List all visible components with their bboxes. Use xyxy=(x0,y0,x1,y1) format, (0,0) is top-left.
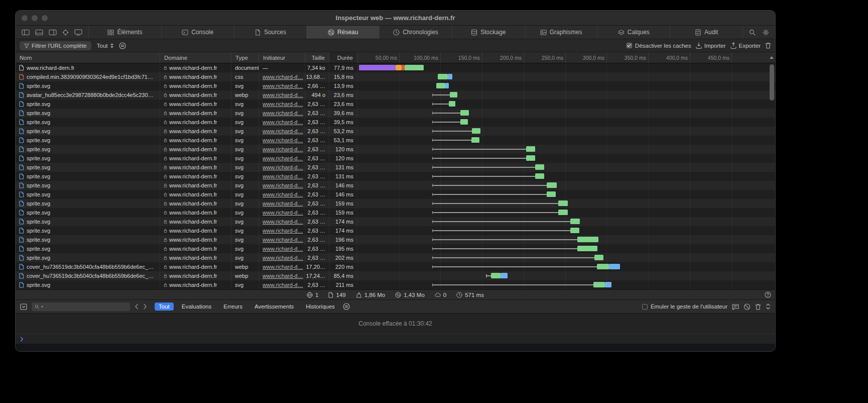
network-table-row[interactable]: cover_hu736519dc3b5040cfa48b6b559b6de6ec… xyxy=(16,271,775,280)
initiator-link[interactable]: www.richard-d… xyxy=(263,282,303,288)
network-table-row[interactable]: avatar_hu85ecc3e298728880b0bde2dcc4e5c23… xyxy=(16,90,775,99)
column-header-initiateur[interactable]: Initiateur xyxy=(259,52,305,63)
initiator-link[interactable]: www.richard-d… xyxy=(263,273,303,279)
inspect-element-icon[interactable] xyxy=(62,29,69,36)
initiator-link[interactable]: www.richard-d… xyxy=(263,119,303,125)
column-header-duree[interactable]: Durée xyxy=(329,52,357,63)
vertical-scrollbar[interactable] xyxy=(769,64,775,288)
initiator-link[interactable]: www.richard-d… xyxy=(263,246,303,252)
scrollbar-up-arrow[interactable] xyxy=(768,52,775,63)
initiator-link[interactable]: www.richard-d… xyxy=(263,237,303,243)
clear-console-icon[interactable] xyxy=(743,304,751,310)
initiator-link[interactable]: www.richard-d… xyxy=(263,146,303,152)
tab-console[interactable]: Console xyxy=(162,26,234,39)
network-table-row[interactable]: sprite.svg www.richard-dern.fr svg www.r… xyxy=(16,253,775,262)
traffic-lights[interactable] xyxy=(22,15,48,21)
console-search-field[interactable] xyxy=(32,303,130,311)
emulate-user-gesture-checkbox[interactable]: Émuler le geste de l'utilisateur xyxy=(642,304,727,310)
network-table-row[interactable]: sprite.svg www.richard-dern.fr svg www.r… xyxy=(16,172,775,181)
console-scope-avertissements[interactable]: Avertissements xyxy=(251,303,298,311)
initiator-link[interactable]: www.richard-d… xyxy=(263,128,303,134)
network-table-row[interactable]: sprite.svg www.richard-dern.fr svg www.r… xyxy=(16,145,775,154)
network-table-row[interactable]: sprite.svg www.richard-dern.fr svg www.r… xyxy=(16,99,775,109)
initiator-link[interactable]: www.richard-d… xyxy=(263,228,303,234)
initiator-link[interactable]: www.richard-d… xyxy=(263,74,303,80)
network-table-row[interactable]: sprite.svg www.richard-dern.fr svg www.r… xyxy=(16,136,775,145)
network-table-row[interactable]: www.richard-dern.fr www.richard-dern.fr … xyxy=(16,63,775,72)
network-table-row[interactable]: sprite.svg www.richard-dern.fr svg www.r… xyxy=(16,181,775,190)
console-scope-tout[interactable]: Tout xyxy=(155,303,174,311)
tab-graphismes[interactable]: Graphismes xyxy=(525,26,598,39)
console-filter-options-icon[interactable] xyxy=(343,303,350,310)
column-header-nom[interactable]: Nom xyxy=(16,52,160,63)
zoom-window-button[interactable] xyxy=(42,15,48,21)
network-table-row[interactable]: sprite.svg www.richard-dern.fr svg www.r… xyxy=(16,154,775,163)
responsive-mode-icon[interactable] xyxy=(74,29,82,36)
network-table-row[interactable]: sprite.svg www.richard-dern.fr svg www.r… xyxy=(16,109,775,118)
tab-stockage[interactable]: Stockage xyxy=(452,26,525,39)
tab-calques[interactable]: Calques xyxy=(597,26,670,39)
initiator-link[interactable]: www.richard-d… xyxy=(263,101,303,107)
network-table-row[interactable]: sprite.svg www.richard-dern.fr svg www.r… xyxy=(16,244,775,253)
console-messages-icon[interactable] xyxy=(732,304,739,310)
column-header-domaine[interactable]: Domaine xyxy=(160,52,231,63)
minimize-window-button[interactable] xyxy=(32,15,38,21)
console-scope-picker-icon[interactable] xyxy=(20,304,27,310)
previous-result-button[interactable] xyxy=(135,304,139,310)
initiator-link[interactable]: www.richard-d… xyxy=(263,155,303,161)
console-scope-historiques[interactable]: Historiques xyxy=(302,303,339,311)
console-input-area[interactable] xyxy=(16,344,775,351)
close-window-button[interactable] xyxy=(22,15,28,21)
resource-type-select[interactable]: Tout xyxy=(96,43,114,49)
network-table-row[interactable]: sprite.svg www.richard-dern.fr svg www.r… xyxy=(16,280,775,289)
network-table-row[interactable]: sprite.svg www.richard-dern.fr svg www.r… xyxy=(16,235,775,244)
tab-chronologies[interactable]: Chronologies xyxy=(380,26,452,39)
tab-elements[interactable]: Éléments xyxy=(89,26,162,39)
network-table-row[interactable]: compiled.min.38390909f303624ed9e1cf1bd3f… xyxy=(16,72,775,81)
url-filter-input[interactable]: Filtrer l'URL complète xyxy=(20,41,91,50)
network-table-row[interactable]: sprite.svg www.richard-dern.fr svg www.r… xyxy=(16,118,775,127)
filter-options-icon[interactable] xyxy=(119,42,126,49)
initiator-link[interactable]: www.richard-d… xyxy=(263,264,303,270)
initiator-link[interactable]: www.richard-d… xyxy=(263,173,303,179)
next-result-button[interactable] xyxy=(143,304,147,310)
console-prompt[interactable] xyxy=(16,334,775,344)
tab-reseau[interactable]: Réseau xyxy=(307,26,380,39)
tab-audit[interactable]: Audit xyxy=(670,26,742,39)
search-icon[interactable] xyxy=(749,29,756,36)
initiator-link[interactable]: www.richard-d… xyxy=(263,92,303,98)
network-table-row[interactable]: sprite.svg www.richard-dern.fr svg www.r… xyxy=(16,163,775,172)
initiator-link[interactable]: www.richard-d… xyxy=(263,164,303,170)
network-table-row[interactable]: sprite.svg www.richard-dern.fr svg www.r… xyxy=(16,226,775,235)
help-icon[interactable] xyxy=(765,291,771,298)
initiator-link[interactable]: www.richard-d… xyxy=(263,210,303,216)
console-trash-icon[interactable] xyxy=(755,304,761,310)
column-header-taille[interactable]: Taille xyxy=(305,52,329,63)
initiator-link[interactable]: www.richard-d… xyxy=(263,137,303,143)
import-button[interactable]: Importer xyxy=(696,42,726,49)
initiator-link[interactable]: www.richard-d… xyxy=(263,200,303,207)
initiator-link[interactable]: www.richard-d… xyxy=(263,83,303,89)
disable-caches-checkbox[interactable]: Désactiver les caches xyxy=(627,43,691,49)
console-scope-erreurs[interactable]: Erreurs xyxy=(219,303,246,311)
scrollbar-thumb[interactable] xyxy=(770,64,774,100)
network-table-row[interactable]: cover_hu736519dc3b5040cfa48b6b559b6de6ec… xyxy=(16,262,775,271)
network-table-row[interactable]: sprite.svg www.richard-dern.fr svg www.r… xyxy=(16,217,775,226)
initiator-link[interactable]: www.richard-d… xyxy=(263,182,303,188)
export-button[interactable]: Exporter xyxy=(730,42,761,49)
clear-network-trash-icon[interactable] xyxy=(765,42,771,49)
dock-right-icon[interactable] xyxy=(49,29,57,36)
initiator-link[interactable]: www.richard-d… xyxy=(263,219,303,225)
network-table-row[interactable]: sprite.svg www.richard-dern.fr svg www.r… xyxy=(16,208,775,217)
dock-left-icon[interactable] xyxy=(22,29,30,36)
network-table-row[interactable]: sprite.svg www.richard-dern.fr svg www.r… xyxy=(16,199,775,208)
initiator-link[interactable]: www.richard-d… xyxy=(263,110,303,116)
initiator-link[interactable]: www.richard-d… xyxy=(263,191,303,197)
console-scope-evaluations[interactable]: Évaluations xyxy=(178,303,215,311)
network-table-row[interactable]: sprite.svg www.richard-dern.fr svg www.r… xyxy=(16,127,775,136)
dock-bottom-icon[interactable] xyxy=(35,29,43,36)
network-table-row[interactable]: sprite.svg www.richard-dern.fr svg www.r… xyxy=(16,81,775,90)
network-table-row[interactable]: sprite.svg www.richard-dern.fr svg www.r… xyxy=(16,190,775,199)
expand-console-icon[interactable] xyxy=(766,303,771,310)
tab-sources[interactable]: Sources xyxy=(234,26,307,39)
